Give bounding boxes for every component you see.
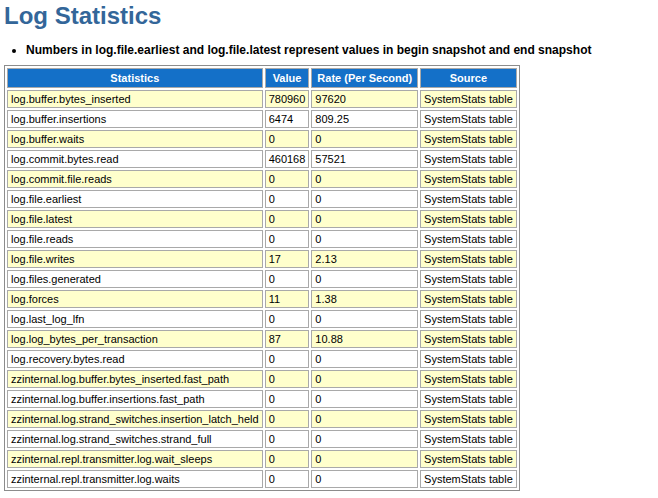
- cell-value: 0: [265, 430, 310, 448]
- cell-statistic: log.buffer.waits: [7, 130, 263, 148]
- table-row: zzinternal.log.strand_switches.strand_fu…: [7, 430, 517, 448]
- table-row: log.file.writes172.13SystemStats table: [7, 250, 517, 268]
- cell-source: SystemStats table: [420, 190, 517, 208]
- cell-source: SystemStats table: [420, 90, 517, 108]
- table-row: log.buffer.waits00SystemStats table: [7, 130, 517, 148]
- report-page: Log Statistics Numbers in log.file.earli…: [0, 0, 658, 498]
- table-row: zzinternal.log.buffer.insertions.fast_pa…: [7, 390, 517, 408]
- cell-statistic: log.commit.bytes.read: [7, 150, 263, 168]
- table-row: zzinternal.log.buffer.bytes_inserted.fas…: [7, 370, 517, 388]
- cell-rate: 97620: [311, 90, 418, 108]
- cell-statistic: zzinternal.repl.transmitter.log.waits: [7, 470, 263, 488]
- table-row: log.commit.file.reads00SystemStats table: [7, 170, 517, 188]
- cell-rate: 10.88: [311, 330, 418, 348]
- cell-value: 0: [265, 190, 310, 208]
- cell-statistic: log.buffer.insertions: [7, 110, 263, 128]
- column-header-statistics: Statistics: [7, 68, 263, 88]
- cell-value: 0: [265, 170, 310, 188]
- table-row: zzinternal.log.strand_switches.insertion…: [7, 410, 517, 428]
- cell-rate: 809.25: [311, 110, 418, 128]
- cell-value: 0: [265, 370, 310, 388]
- table-body: log.buffer.bytes_inserted78096097620Syst…: [7, 90, 517, 488]
- table-row: log.file.latest00SystemStats table: [7, 210, 517, 228]
- table-row: log.buffer.insertions6474809.25SystemSta…: [7, 110, 517, 128]
- table-row: log.files.generated00SystemStats table: [7, 270, 517, 288]
- table-row: log.log_bytes_per_transaction8710.88Syst…: [7, 330, 517, 348]
- cell-value: 0: [265, 390, 310, 408]
- cell-source: SystemStats table: [420, 410, 517, 428]
- cell-rate: 0: [311, 350, 418, 368]
- cell-rate: 0: [311, 370, 418, 388]
- table-row: log.buffer.bytes_inserted78096097620Syst…: [7, 90, 517, 108]
- cell-statistic: log.forces: [7, 290, 263, 308]
- cell-source: SystemStats table: [420, 350, 517, 368]
- column-header-rate: Rate (Per Second): [311, 68, 418, 88]
- table-row: log.last_log_lfn00SystemStats table: [7, 310, 517, 328]
- cell-source: SystemStats table: [420, 470, 517, 488]
- cell-value: 0: [265, 310, 310, 328]
- table-row: log.file.earliest00SystemStats table: [7, 190, 517, 208]
- cell-statistic: log.log_bytes_per_transaction: [7, 330, 263, 348]
- cell-source: SystemStats table: [420, 290, 517, 308]
- cell-value: 460168: [265, 150, 310, 168]
- cell-rate: 0: [311, 410, 418, 428]
- notes-list: Numbers in log.file.earliest and log.fil…: [4, 43, 658, 58]
- cell-source: SystemStats table: [420, 390, 517, 408]
- cell-value: 780960: [265, 90, 310, 108]
- cell-statistic: zzinternal.log.strand_switches.insertion…: [7, 410, 263, 428]
- cell-source: SystemStats table: [420, 450, 517, 468]
- cell-statistic: log.commit.file.reads: [7, 170, 263, 188]
- cell-rate: 57521: [311, 150, 418, 168]
- cell-source: SystemStats table: [420, 170, 517, 188]
- cell-statistic: log.recovery.bytes.read: [7, 350, 263, 368]
- cell-statistic: log.file.reads: [7, 230, 263, 248]
- cell-rate: 0: [311, 210, 418, 228]
- column-header-value: Value: [265, 68, 310, 88]
- cell-source: SystemStats table: [420, 270, 517, 288]
- table-row: zzinternal.repl.transmitter.log.waits00S…: [7, 470, 517, 488]
- log-statistics-table: StatisticsValueRate (Per Second)Source l…: [4, 65, 520, 491]
- table-head: StatisticsValueRate (Per Second)Source: [7, 68, 517, 88]
- table-row: log.file.reads00SystemStats table: [7, 230, 517, 248]
- cell-statistic: log.buffer.bytes_inserted: [7, 90, 263, 108]
- cell-source: SystemStats table: [420, 110, 517, 128]
- cell-rate: 2.13: [311, 250, 418, 268]
- cell-rate: 0: [311, 230, 418, 248]
- cell-statistic: log.files.generated: [7, 270, 263, 288]
- cell-statistic: log.file.latest: [7, 210, 263, 228]
- cell-statistic: log.last_log_lfn: [7, 310, 263, 328]
- cell-value: 0: [265, 210, 310, 228]
- cell-source: SystemStats table: [420, 230, 517, 248]
- cell-rate: 1.38: [311, 290, 418, 308]
- cell-rate: 0: [311, 310, 418, 328]
- cell-source: SystemStats table: [420, 330, 517, 348]
- cell-value: 0: [265, 230, 310, 248]
- cell-source: SystemStats table: [420, 210, 517, 228]
- cell-rate: 0: [311, 470, 418, 488]
- cell-rate: 0: [311, 270, 418, 288]
- cell-value: 6474: [265, 110, 310, 128]
- cell-source: SystemStats table: [420, 250, 517, 268]
- cell-value: 0: [265, 130, 310, 148]
- cell-rate: 0: [311, 450, 418, 468]
- cell-statistic: zzinternal.log.strand_switches.strand_fu…: [7, 430, 263, 448]
- cell-value: 0: [265, 470, 310, 488]
- cell-rate: 0: [311, 170, 418, 188]
- cell-source: SystemStats table: [420, 150, 517, 168]
- cell-statistic: log.file.writes: [7, 250, 263, 268]
- cell-source: SystemStats table: [420, 310, 517, 328]
- column-header-source: Source: [420, 68, 517, 88]
- table-row: log.forces111.38SystemStats table: [7, 290, 517, 308]
- cell-value: 0: [265, 410, 310, 428]
- cell-value: 87: [265, 330, 310, 348]
- cell-value: 0: [265, 350, 310, 368]
- cell-statistic: zzinternal.repl.transmitter.log.wait_sle…: [7, 450, 263, 468]
- page-title: Log Statistics: [4, 2, 658, 30]
- cell-source: SystemStats table: [420, 430, 517, 448]
- table-row: zzinternal.repl.transmitter.log.wait_sle…: [7, 450, 517, 468]
- cell-value: 17: [265, 250, 310, 268]
- cell-source: SystemStats table: [420, 370, 517, 388]
- cell-value: 0: [265, 450, 310, 468]
- cell-rate: 0: [311, 390, 418, 408]
- note-item: Numbers in log.file.earliest and log.fil…: [26, 43, 658, 58]
